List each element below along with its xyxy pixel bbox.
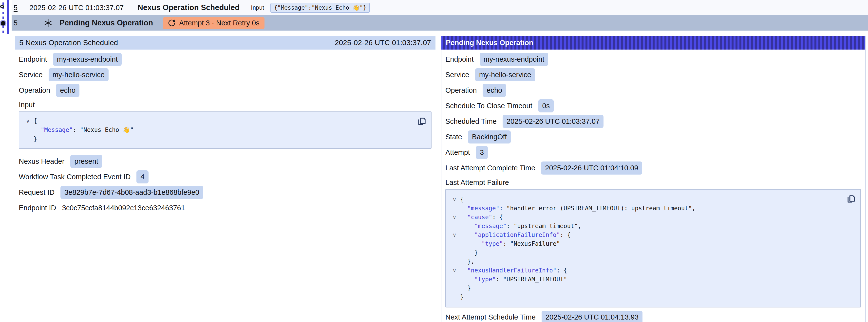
field-endpoint: Endpoint my-nexus-endpoint	[19, 52, 432, 67]
attempt-retry-text: Attempt 3 · Next Retry 0s	[179, 19, 259, 27]
event-input-label: Input	[251, 4, 264, 11]
code-line: ∨ "cause": {	[449, 213, 843, 222]
code-line: "type": "UPSTREAM_TIMEOUT"	[449, 275, 843, 284]
pending-panel-title: Pending Nexus Operation	[446, 39, 533, 47]
copy-icon	[846, 193, 857, 204]
field-label: Service	[445, 71, 469, 79]
field-label: State	[445, 133, 462, 141]
chevron-down-icon[interactable]: ∨	[449, 213, 460, 222]
event-input-value-chip: {"Message":"Nexus Echo 👋"}	[271, 3, 370, 13]
field-workflow-task-completed-event-id: Workflow Task Completed Event ID 4	[19, 169, 432, 185]
field-value-badge: my-nexus-endpoint	[53, 53, 122, 66]
code-line: ∨ "applicationFailureInfo": {	[449, 230, 843, 239]
asterisk-icon	[43, 18, 53, 28]
scheduled-event-detail-panel: 5 Nexus Operation Scheduled 2025-02-26 U…	[15, 36, 435, 216]
field-service: Service my-hello-service	[19, 67, 432, 83]
event-node-dot-icon	[1, 21, 5, 26]
event-timeline-gutter	[0, 0, 11, 34]
code-gutter	[449, 284, 460, 293]
field-attempt: Attempt 3	[445, 145, 861, 160]
code-text: "type": "UPSTREAM_TIMEOUT"	[460, 275, 567, 284]
field-label: Workflow Task Completed Event ID	[19, 173, 130, 181]
field-value-badge: echo	[483, 84, 506, 97]
code-line: "Message": "Nexus Echo 👋"	[22, 126, 414, 135]
field-value-badge: 2025-02-26 UTC 01:03:37.07	[503, 115, 603, 128]
code-line: ∨{	[449, 195, 843, 204]
scheduled-panel-title: 5 Nexus Operation Scheduled	[19, 38, 118, 47]
field-value-badge: 2025-02-26 UTC 01:04:10.09	[541, 161, 642, 174]
code-text: "applicationFailureInfo": {	[460, 230, 571, 239]
pending-panel-header: Pending Nexus Operation	[441, 36, 865, 50]
last-attempt-failure-json-codeblock: ∨{ "message": "handler error (UPSTREAM_T…	[445, 189, 861, 308]
field-schedule-to-close-timeout: Schedule To Close Timeout 0s	[445, 98, 861, 114]
code-gutter	[449, 239, 460, 248]
field-label: Last Attempt Complete Time	[445, 164, 535, 172]
scheduled-panel-fields: Endpoint my-nexus-endpoint Service my-he…	[15, 50, 435, 216]
field-label: Endpoint	[19, 55, 47, 63]
field-last-attempt-failure-label: Last Attempt Failure	[445, 176, 861, 189]
copy-button[interactable]	[416, 115, 428, 127]
copy-icon	[416, 115, 427, 127]
field-label: Operation	[19, 86, 50, 94]
field-endpoint-id: Endpoint ID 3c0c75ccfa8144b092c13ce63246…	[19, 200, 432, 216]
field-label: Request ID	[19, 188, 55, 196]
event-id-link[interactable]: 5	[13, 4, 18, 12]
field-input-label: Input	[19, 98, 432, 111]
scheduled-panel-header: 5 Nexus Operation Scheduled 2025-02-26 U…	[15, 36, 435, 50]
code-text: }	[460, 284, 471, 293]
code-text: }	[34, 135, 37, 144]
code-gutter	[449, 248, 460, 257]
code-text: "Message": "Nexus Echo 👋"	[34, 126, 134, 135]
state-badge: BackingOff	[468, 130, 511, 143]
field-last-attempt-complete-time: Last Attempt Complete Time 2025-02-26 UT…	[445, 160, 861, 176]
event-row-nexus-operation-scheduled[interactable]: 5 2025-02-26 UTC 01:03:37.07 Nexus Opera…	[11, 0, 868, 15]
field-label: Endpoint	[445, 55, 474, 63]
field-value-badge: present	[70, 155, 102, 168]
code-gutter	[449, 222, 460, 230]
code-text: }	[460, 248, 478, 257]
copy-button[interactable]	[845, 193, 857, 205]
code-gutter	[449, 275, 460, 284]
chevron-down-icon[interactable]: ∨	[449, 230, 460, 239]
event-node-circle-icon	[0, 5, 4, 8]
field-label: Endpoint ID	[19, 204, 56, 212]
event-timestamp: 2025-02-26 UTC 01:03:37.07	[29, 4, 124, 12]
code-text: {	[460, 195, 464, 204]
retry-arrow-icon	[168, 19, 176, 27]
code-text: {	[34, 117, 37, 126]
code-line: ∨ "nexusHandlerFailureInfo": {	[449, 266, 843, 275]
field-value-badge: 2025-02-26 UTC 01:04:13.93	[541, 311, 643, 322]
field-operation: Operation echo	[445, 83, 861, 98]
field-label: Nexus Header	[19, 157, 64, 165]
field-label: Last Attempt Failure	[445, 179, 509, 187]
event-row-pending-nexus-operation[interactable]: 5 Pending Nexus Operation Attempt 3 · Ne…	[11, 15, 868, 31]
event-title: Nexus Operation Scheduled	[138, 3, 240, 12]
code-gutter	[449, 257, 460, 266]
code-text: "type": "NexusFailure"	[460, 239, 560, 248]
pending-panel-fields: Endpoint my-nexus-endpoint Service my-he…	[441, 50, 865, 322]
endpoint-id-link[interactable]: 3c0c75ccfa8144b092c13ce632463761	[62, 204, 185, 212]
event-id-link[interactable]: 5	[13, 19, 18, 27]
field-value-badge: my-hello-service	[49, 68, 108, 82]
code-line: }	[22, 135, 414, 144]
field-state: State BackingOff	[445, 129, 861, 145]
field-label: Scheduled Time	[445, 117, 497, 126]
code-gutter	[449, 204, 460, 213]
field-value-badge: 4	[136, 170, 148, 184]
code-line: "message": "handler error (UPSTREAM_TIME…	[449, 204, 843, 213]
attempt-retry-badge: Attempt 3 · Next Retry 0s	[163, 17, 265, 29]
field-value-badge: 3e829b7e-7d67-4b08-aad3-b1e868bfe9e0	[60, 186, 203, 199]
field-operation: Operation echo	[19, 83, 432, 98]
code-text: },	[460, 257, 474, 266]
chevron-down-icon[interactable]: ∨	[449, 195, 460, 204]
chevron-down-icon[interactable]: ∨	[449, 266, 460, 275]
pending-operation-title: Pending Nexus Operation	[59, 19, 153, 27]
field-label: Next Attempt Schedule Time	[445, 313, 536, 321]
chevron-down-icon[interactable]: ∨	[22, 117, 34, 126]
code-gutter	[449, 293, 460, 301]
code-text: "message": "upstream timeout",	[460, 222, 581, 230]
field-nexus-header: Nexus Header present	[19, 154, 432, 169]
field-label: Schedule To Close Timeout	[445, 102, 532, 110]
code-line: }	[449, 248, 843, 257]
input-json-codeblock: ∨{ "Message": "Nexus Echo 👋"}	[19, 111, 432, 149]
